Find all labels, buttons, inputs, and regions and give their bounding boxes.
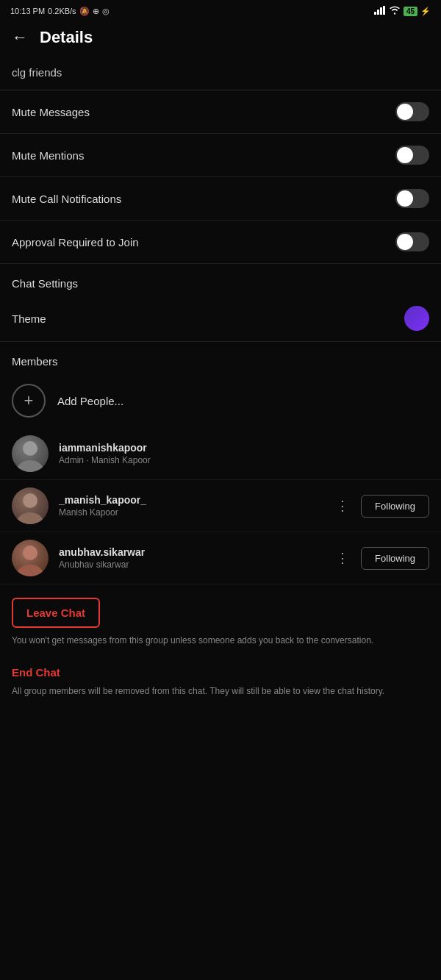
following-button-anubhav[interactable]: Following [361,547,429,570]
status-network: 0.2KB/s [48,7,76,15]
toggle-knob [397,234,413,250]
member-username-anubhav: anubhav.sikarwar [59,546,321,558]
svg-point-4 [23,441,37,456]
add-people-row[interactable]: + Add People... [0,375,441,428]
battery-indicator: 45 [404,7,417,16]
member-username-manish: _manish_kapoor_ [59,494,321,506]
svg-point-5 [17,460,43,472]
group-name-row: clg friends [0,59,441,90]
mute-calls-toggle[interactable] [395,189,429,208]
svg-rect-3 [383,6,385,15]
avatar-manish-kapoor [12,487,49,524]
svg-point-7 [17,512,43,524]
status-icons: 🔕 [79,7,90,16]
member-actions-manish: ⋮ Following [331,495,429,518]
member-options-button-manish[interactable]: ⋮ [331,495,354,517]
svg-rect-0 [374,12,376,15]
signal-icon [374,6,386,16]
mute-messages-toggle[interactable] [395,102,429,121]
avatar-anubhav [12,540,49,576]
member-row-manish: _manish_kapoor_ Manish Kapoor ⋮ Followin… [0,480,441,532]
svg-rect-1 [377,10,379,15]
toggle-knob [397,147,413,163]
member-subtext-anubhav: Anubhav sikarwar [59,559,321,570]
member-info-anubhav: anubhav.sikarwar Anubhav sikarwar [59,546,321,570]
member-subtext-admin: Admin · Manish Kapoor [59,455,429,465]
toggle-knob [397,190,413,207]
mute-messages-label: Mute Messages [12,106,90,118]
theme-row[interactable]: Theme [0,296,441,342]
approval-toggle[interactable] [395,232,429,251]
status-bar: 10:13 PM 0.2KB/s 🔕 ⊕ ◎ 45 ⚡ [0,0,441,19]
group-name: clg friends [12,66,62,79]
status-icon2: ◎ [102,7,110,16]
following-button-manish[interactable]: Following [361,495,429,518]
add-people-icon: + [12,384,46,418]
member-options-button-anubhav[interactable]: ⋮ [331,547,354,569]
messenger-icon: ⊕ [93,7,99,16]
setting-row-approval: Approval Required to Join [0,221,441,264]
member-info-admin: iammanishkapoor Admin · Manish Kapoor [59,442,429,465]
page-header: ← Details [0,19,441,59]
back-button[interactable]: ← [12,28,28,47]
leave-chat-description: You won't get messages from this group u… [0,634,441,659]
member-subtext-manish: Manish Kapoor [59,507,321,518]
setting-row-mute-messages: Mute Messages [0,90,441,134]
member-username-admin: iammanishkapoor [59,442,429,454]
members-header: Members [0,342,441,375]
svg-point-6 [23,493,37,508]
add-people-label: Add People... [57,395,123,407]
status-right: 45 ⚡ [374,6,431,16]
setting-row-mute-mentions: Mute Mentions [0,134,441,177]
page-title: Details [40,28,93,47]
svg-rect-2 [380,7,382,15]
chat-settings-header: Chat Settings [0,264,441,296]
wifi-icon [389,6,401,16]
member-row-admin: iammanishkapoor Admin · Manish Kapoor [0,428,441,480]
member-actions-anubhav: ⋮ Following [331,547,429,570]
theme-color-circle [404,306,429,331]
svg-point-8 [23,546,37,560]
setting-row-mute-calls: Mute Call Notifications [0,177,441,221]
leave-chat-button[interactable]: Leave Chat [12,598,100,628]
member-row-anubhav: anubhav.sikarwar Anubhav sikarwar ⋮ Foll… [0,532,441,584]
charging-icon: ⚡ [420,7,431,16]
status-left: 10:13 PM 0.2KB/s 🔕 ⊕ ◎ [10,7,110,16]
avatar-iammanishkapoor [12,435,49,472]
end-chat-button[interactable]: End Chat [12,666,60,679]
approval-label: Approval Required to Join [12,236,139,248]
end-chat-description: All group members will be removed from t… [0,684,441,712]
status-time: 10:13 PM [10,7,45,15]
toggle-knob [397,104,413,120]
mute-mentions-label: Mute Mentions [12,149,84,162]
member-info-manish: _manish_kapoor_ Manish Kapoor [59,494,321,518]
mute-calls-label: Mute Call Notifications [12,193,121,205]
mute-mentions-toggle[interactable] [395,146,429,165]
theme-label: Theme [12,312,46,325]
svg-point-9 [17,565,43,576]
